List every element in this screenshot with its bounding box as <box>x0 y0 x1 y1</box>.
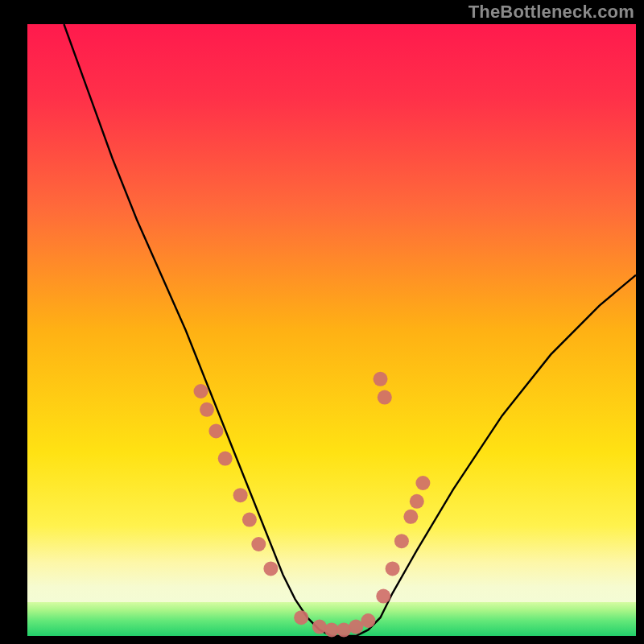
plot-area <box>27 24 636 637</box>
data-marker <box>263 561 278 576</box>
chart-container: TheBottleneck.com <box>0 0 644 644</box>
data-marker <box>218 452 233 466</box>
data-marker <box>361 613 375 628</box>
data-marker <box>200 402 214 417</box>
watermark-label: TheBottleneck.com <box>469 2 634 23</box>
data-marker <box>410 494 424 509</box>
data-marker <box>336 622 351 637</box>
data-marker <box>194 384 208 398</box>
data-marker <box>394 534 409 548</box>
data-marker <box>403 510 418 524</box>
data-marker <box>242 513 257 527</box>
data-marker <box>208 423 223 438</box>
data-marker <box>251 537 266 551</box>
data-marker <box>376 589 390 604</box>
data-marker <box>312 620 327 634</box>
data-marker <box>415 476 430 490</box>
data-marker <box>294 610 308 625</box>
data-marker <box>386 561 400 576</box>
gradient-background <box>27 24 636 636</box>
chart-svg <box>0 0 644 644</box>
data-marker <box>378 390 392 405</box>
data-marker <box>374 372 388 386</box>
data-marker <box>233 488 248 502</box>
